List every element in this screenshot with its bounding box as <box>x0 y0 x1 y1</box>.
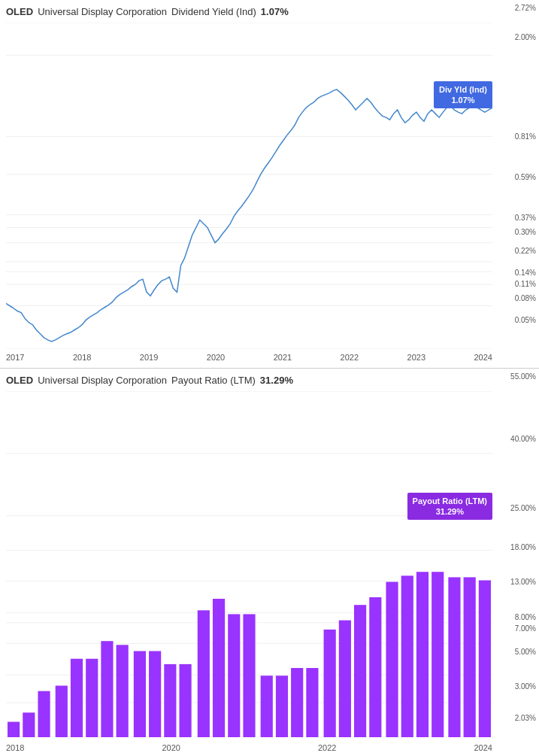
top-x-2020: 2020 <box>207 353 225 362</box>
svg-rect-27 <box>71 659 83 737</box>
bottom-x-2020: 2020 <box>162 743 180 752</box>
top-axis-label-9: 0.11% <box>515 279 536 287</box>
bottom-value: 31.29% <box>260 375 293 386</box>
bottom-axis-label-2: 40.00% <box>510 434 536 442</box>
bottom-metric: Payout Ratio (LTM) <box>171 375 256 386</box>
svg-rect-53 <box>479 580 491 737</box>
svg-rect-49 <box>416 572 428 737</box>
top-x-2024: 2024 <box>474 353 492 362</box>
bottom-x-2018: 2018 <box>6 743 24 752</box>
top-axis-label-7: 0.22% <box>515 246 536 254</box>
svg-rect-36 <box>213 599 225 737</box>
svg-rect-37 <box>228 614 240 737</box>
bottom-axis-label-6: 8.00% <box>515 612 536 621</box>
top-right-axis: 2.72% 2.00% 0.81% 0.59% 0.37% 0.30% 0.22… <box>495 0 539 368</box>
top-metric: Dividend Yield (Ind) <box>171 6 256 17</box>
svg-rect-30 <box>117 645 129 737</box>
bottom-x-2024: 2024 <box>474 743 492 752</box>
top-chart-header: OLED Universal Display Corporation Divid… <box>6 6 289 17</box>
top-axis-label-4: 0.59% <box>515 172 536 181</box>
svg-rect-34 <box>179 664 191 737</box>
top-x-axis: 2017 2018 2019 2020 2021 2022 2023 2024 <box>6 353 492 362</box>
top-x-2017: 2017 <box>6 353 24 362</box>
bottom-chart: OLED Universal Display Corporation Payou… <box>0 369 539 756</box>
svg-rect-26 <box>56 686 68 737</box>
svg-rect-47 <box>386 582 398 737</box>
top-axis-label-10: 0.08% <box>515 294 536 302</box>
svg-rect-23 <box>8 722 20 737</box>
bottom-right-axis: 55.00% 40.00% 25.00% 18.00% 13.00% 8.00%… <box>495 369 539 756</box>
svg-rect-48 <box>401 575 413 737</box>
top-chart-svg <box>6 23 492 349</box>
svg-rect-32 <box>149 651 161 737</box>
top-x-2021: 2021 <box>274 353 292 362</box>
top-ticker: OLED <box>6 6 33 17</box>
top-value: 1.07% <box>261 6 289 17</box>
bottom-chart-tooltip: Payout Ratio (LTM) 31.29% <box>407 493 492 521</box>
top-chart-tooltip: Div Yld (Ind) 1.07% <box>434 81 492 109</box>
svg-rect-50 <box>432 572 444 737</box>
bottom-axis-label-9: 3.00% <box>515 682 536 691</box>
top-axis-label-1: 2.72% <box>515 3 536 11</box>
bottom-tooltip-value: 31.29% <box>413 506 487 517</box>
svg-rect-33 <box>164 664 176 737</box>
svg-rect-45 <box>354 605 366 737</box>
svg-rect-29 <box>101 641 113 737</box>
top-x-2019: 2019 <box>140 353 158 362</box>
bottom-company: Universal Display Corporation <box>38 375 167 386</box>
bottom-chart-area <box>6 391 492 737</box>
svg-rect-28 <box>86 659 98 737</box>
svg-rect-24 <box>23 712 35 737</box>
bottom-axis-label-10: 2.03% <box>515 713 536 721</box>
svg-rect-46 <box>369 597 381 737</box>
chart-container: OLED Universal Display Corporation Divid… <box>0 0 539 756</box>
top-tooltip-value: 1.07% <box>439 95 487 105</box>
top-axis-label-6: 0.30% <box>515 228 536 236</box>
top-company: Universal Display Corporation <box>38 6 167 17</box>
svg-rect-42 <box>306 668 318 737</box>
svg-rect-39 <box>261 676 273 737</box>
svg-rect-40 <box>276 676 288 737</box>
svg-rect-38 <box>243 614 255 737</box>
bottom-axis-label-8: 5.00% <box>515 647 536 655</box>
bottom-axis-label-1: 55.00% <box>510 372 536 381</box>
svg-rect-44 <box>339 621 351 737</box>
top-chart: OLED Universal Display Corporation Divid… <box>0 0 539 369</box>
svg-rect-41 <box>291 668 303 737</box>
top-x-2022: 2022 <box>341 353 359 362</box>
bottom-chart-header: OLED Universal Display Corporation Payou… <box>6 375 293 386</box>
bottom-chart-svg <box>6 391 492 737</box>
bottom-axis-label-5: 13.00% <box>510 578 536 586</box>
top-tooltip-label: Div Yld (Ind) <box>439 84 487 95</box>
bottom-axis-label-3: 25.00% <box>510 504 536 512</box>
svg-rect-35 <box>198 610 210 737</box>
bottom-x-2022: 2022 <box>318 743 336 752</box>
bottom-axis-label-4: 18.00% <box>510 542 536 551</box>
top-x-2023: 2023 <box>407 353 425 362</box>
svg-rect-31 <box>134 651 146 737</box>
top-x-2018: 2018 <box>73 353 91 362</box>
top-axis-label-5: 0.37% <box>515 213 536 221</box>
top-axis-label-3: 0.81% <box>515 132 536 140</box>
top-axis-label-2: 2.00% <box>515 32 536 41</box>
bottom-tooltip-label: Payout Ratio (LTM) <box>413 496 487 506</box>
bottom-axis-label-7: 7.00% <box>515 624 536 633</box>
top-chart-area <box>6 23 492 349</box>
svg-rect-51 <box>448 577 460 737</box>
svg-rect-25 <box>38 691 50 737</box>
top-axis-label-8: 0.14% <box>515 268 536 276</box>
bottom-x-axis: 2018 2020 2022 2024 <box>6 743 492 752</box>
svg-rect-43 <box>324 630 336 737</box>
top-axis-label-11: 0.05% <box>515 316 536 324</box>
svg-rect-52 <box>464 577 476 737</box>
bottom-ticker: OLED <box>6 375 33 386</box>
